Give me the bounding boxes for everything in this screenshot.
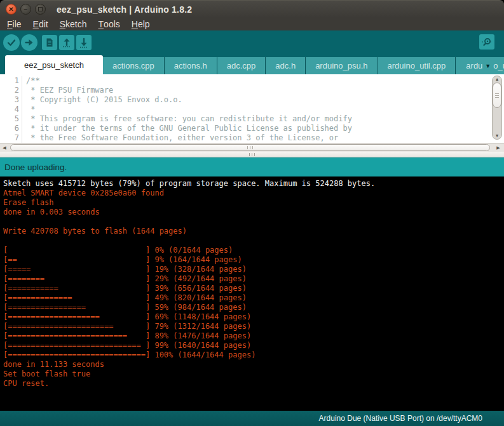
- new-sketch-button[interactable]: [42, 35, 57, 50]
- tab-adc-cpp[interactable]: adc.cpp: [217, 57, 266, 74]
- console-progress-line: [======================= ] 79% (1312/164…: [3, 322, 501, 331]
- console-line: CPU reset.: [3, 379, 501, 389]
- window-controls: ✕ −: [0, 4, 46, 15]
- editor-horizontal-scrollbar[interactable]: ◀ ▶: [0, 143, 504, 152]
- menu-edit[interactable]: Edit: [27, 18, 54, 30]
- tab-arduino-psu-h[interactable]: arduino_psu.h: [306, 57, 378, 74]
- console-progress-line: [===== ] 19% (328/1644 pages): [3, 265, 501, 274]
- minimize-button[interactable]: −: [20, 4, 31, 15]
- console-progress-line: [ ] 0% (0/1644 pages): [3, 246, 501, 255]
- upload-button[interactable]: [21, 34, 37, 51]
- checkmark-icon: [6, 37, 17, 48]
- console-line: Set boot flash true: [3, 369, 501, 379]
- code-line: 7 * the Free Software Foundation, either…: [0, 133, 504, 143]
- tab-actions-cpp[interactable]: actions.cpp: [103, 57, 165, 74]
- tab-actions-h[interactable]: actions.h: [165, 57, 217, 74]
- scroll-right-icon[interactable]: ▶: [494, 145, 503, 150]
- code-line: 5 * This program is free software: you c…: [0, 114, 504, 124]
- horizontal-scrollbar-thumb[interactable]: [10, 144, 490, 151]
- console-line: done in 0.003 seconds: [3, 208, 501, 217]
- tab-arduino-util-h-clipped[interactable]: ardu ▼ o_ut: [456, 57, 504, 74]
- console-progress-line: [================= ] 59% (984/1644 pages…: [3, 303, 501, 312]
- console-output[interactable]: Sketch uses 415712 bytes (79%) of progra…: [0, 176, 504, 411]
- serial-monitor-button[interactable]: [479, 34, 494, 50]
- console-line: Atmel SMART device 0x285e0a60 found: [3, 189, 501, 198]
- tab-arduino-util-cpp[interactable]: arduino_util.cpp: [378, 57, 456, 74]
- menu-help[interactable]: Help: [126, 18, 156, 30]
- maximize-icon: [38, 7, 43, 11]
- document-icon: [44, 37, 55, 48]
- toolbar: [0, 30, 504, 54]
- console-progress-line: [=========== ] 39% (656/1644 pages): [3, 284, 501, 293]
- console-progress-line: [== ] 9% (164/1644 pages): [3, 255, 501, 265]
- vertical-scrollbar-thumb[interactable]: [493, 83, 501, 108]
- status-bar: Done uploading.: [0, 157, 504, 176]
- board-status-bar: Arduino Due (Native USB Port) on /dev/tt…: [0, 411, 504, 426]
- board-port-info: Arduino Due (Native USB Port) on /dev/tt…: [319, 414, 482, 423]
- console-line: [3, 236, 501, 246]
- console-line: Write 420708 bytes to flash (1644 pages): [3, 227, 501, 236]
- minimize-icon: −: [24, 6, 28, 13]
- down-arrow-icon: [78, 37, 90, 48]
- console-progress-line: [============== ] 49% (820/1644 pages): [3, 293, 501, 303]
- scroll-down-icon[interactable]: ▼: [496, 133, 498, 139]
- tabbar: eez_psu_sketch actions.cpp actions.h adc…: [0, 54, 504, 74]
- menubar: File Edit Sketch Tools Help: [0, 18, 504, 30]
- console-line: Sketch uses 415712 bytes (79%) of progra…: [3, 179, 501, 189]
- titlebar[interactable]: ✕ − eez_psu_sketch | Arduino 1.8.2: [0, 0, 504, 18]
- console-progress-line: [============================= ] 99% (16…: [3, 341, 501, 350]
- tab-adc-h[interactable]: adc.h: [266, 57, 306, 74]
- close-icon: ✕: [8, 6, 13, 13]
- right-arrow-icon: [24, 37, 35, 48]
- code-editor[interactable]: 1/** 2 * EEZ PSU Firmware 3 * Copyright …: [0, 74, 504, 143]
- magnifier-icon: [481, 36, 493, 48]
- menu-file[interactable]: File: [1, 18, 27, 30]
- window-title: eez_psu_sketch | Arduino 1.8.2: [57, 4, 192, 15]
- menu-tools[interactable]: Tools: [93, 18, 126, 30]
- verify-button[interactable]: [3, 34, 20, 51]
- open-button[interactable]: [59, 35, 74, 50]
- editor-vertical-scrollbar[interactable]: ▲ ▼: [492, 76, 502, 140]
- code-line: 3 * Copyright (C) 2015 Envox d.o.o.: [0, 95, 504, 105]
- tab-list-dropdown-icon[interactable]: ▼: [485, 63, 491, 69]
- save-button[interactable]: [76, 35, 92, 50]
- console-progress-line: [==================== ] 69% (1148/1644 p…: [3, 312, 501, 322]
- console-line: done in 11.133 seconds: [3, 360, 501, 369]
- up-arrow-icon: [61, 37, 72, 48]
- close-button[interactable]: ✕: [6, 4, 17, 15]
- status-message: Done uploading.: [4, 163, 67, 172]
- code-line: 1/**: [0, 76, 504, 86]
- scroll-left-icon[interactable]: ◀: [0, 145, 9, 150]
- code-line: 6 * it under the terms of the GNU Genera…: [0, 124, 504, 133]
- scroll-up-icon[interactable]: ▲: [496, 76, 498, 83]
- code-line: 4 *: [0, 105, 504, 114]
- menu-sketch[interactable]: Sketch: [54, 18, 93, 30]
- console-progress-line: [==============================] 100% (1…: [3, 350, 501, 360]
- console-line: Erase flash: [3, 198, 501, 208]
- code-line: 2 * EEZ PSU Firmware: [0, 86, 504, 95]
- console-progress-line: [======== ] 29% (492/1644 pages): [3, 274, 501, 284]
- console-progress-line: [========================== ] 89% (1476/…: [3, 331, 501, 341]
- tab-eez-psu-sketch[interactable]: eez_psu_sketch: [5, 55, 103, 74]
- arduino-ide-window: ✕ − eez_psu_sketch | Arduino 1.8.2 File …: [0, 0, 504, 426]
- editor-console-splitter[interactable]: [0, 152, 504, 157]
- maximize-button[interactable]: [35, 4, 46, 15]
- console-line: [3, 217, 501, 227]
